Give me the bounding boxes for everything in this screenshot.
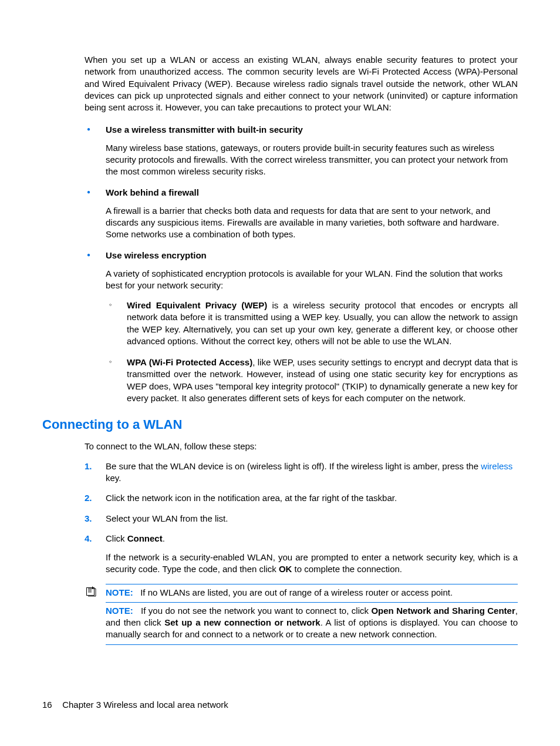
- note-icon: [86, 586, 96, 597]
- bullet-encryption: Use wireless encryption A variety of sop…: [85, 250, 518, 404]
- step-followup: If the network is a security-enabled WLA…: [106, 552, 518, 576]
- wireless-link[interactable]: wireless: [481, 461, 512, 471]
- setup-connection-label: Set up a new connection or network: [164, 617, 320, 627]
- security-bullet-list: Use a wireless transmitter with built-in…: [85, 124, 518, 404]
- step-text: Click: [106, 533, 127, 543]
- page-footer: 16 Chapter 3 Wireless and local area net…: [42, 699, 228, 711]
- note-text: If no WLANs are listed, you are out of r…: [140, 587, 453, 597]
- step-text: Be sure that the WLAN device is on (wire…: [106, 461, 481, 471]
- section-intro: To connect to the WLAN, follow these ste…: [85, 441, 518, 452]
- ok-label: OK: [279, 564, 292, 574]
- bullet-title: Use a wireless transmitter with built-in…: [106, 124, 518, 136]
- step-1: Be sure that the WLAN device is on (wire…: [85, 461, 518, 485]
- step-text: .: [163, 533, 165, 543]
- subbullet-wpa: WPA (Wi-Fi Protected Access), like WEP, …: [106, 357, 518, 404]
- step-text: key.: [106, 473, 121, 483]
- step-4: Click Connect. If the network is a secur…: [85, 533, 518, 576]
- step-text: Select your WLAN from the list.: [106, 513, 228, 523]
- note-2: NOTE: If you do not see the network you …: [106, 603, 518, 645]
- subbullet-term: Wired Equivalent Privacy (WEP): [127, 300, 267, 310]
- section-heading: Connecting to a WLAN: [42, 416, 518, 434]
- bullet-title: Work behind a firewall: [106, 187, 518, 199]
- subbullet-wep: Wired Equivalent Privacy (WEP) is a wire…: [106, 300, 518, 347]
- document-page: When you set up a WLAN or access an exis…: [0, 0, 560, 746]
- intro-paragraph: When you set up a WLAN or access an exis…: [85, 54, 518, 113]
- followup-text: to complete the connection.: [292, 564, 402, 574]
- page-number: 16: [42, 699, 60, 711]
- bullet-title: Use wireless encryption: [106, 250, 518, 261]
- step-2: Click the network icon in the notificati…: [85, 492, 518, 504]
- connect-label: Connect: [127, 533, 163, 543]
- note-text: If you do not see the network you want t…: [141, 606, 371, 616]
- bullet-firewall: Work behind a firewall A firewall is a b…: [85, 187, 518, 240]
- note-label: NOTE:: [106, 606, 133, 616]
- bullet-description: Many wireless base stations, gateways, o…: [106, 142, 518, 178]
- subbullet-term: WPA (Wi-Fi Protected Access): [127, 357, 252, 367]
- content-area: When you set up a WLAN or access an exis…: [42, 54, 518, 645]
- open-network-label: Open Network and Sharing Center: [371, 606, 515, 616]
- bullet-description: A variety of sophisticated encryption pr…: [106, 268, 518, 292]
- section-heading-wrap: Connecting to a WLAN: [42, 416, 518, 434]
- chapter-title: Chapter 3 Wireless and local area networ…: [62, 700, 228, 710]
- note-1: NOTE: If no WLANs are listed, you are ou…: [106, 584, 518, 603]
- step-text: Click the network icon in the notificati…: [106, 493, 397, 503]
- bullet-description: A firewall is a barrier that checks both…: [106, 205, 518, 241]
- steps-list: Be sure that the WLAN device is on (wire…: [85, 461, 518, 576]
- encryption-sublist: Wired Equivalent Privacy (WEP) is a wire…: [106, 300, 518, 404]
- step-3: Select your WLAN from the list.: [85, 513, 518, 525]
- note-label: NOTE:: [106, 587, 133, 597]
- bullet-transmitter: Use a wireless transmitter with built-in…: [85, 124, 518, 177]
- notes-section: NOTE: If no WLANs are listed, you are ou…: [106, 584, 518, 645]
